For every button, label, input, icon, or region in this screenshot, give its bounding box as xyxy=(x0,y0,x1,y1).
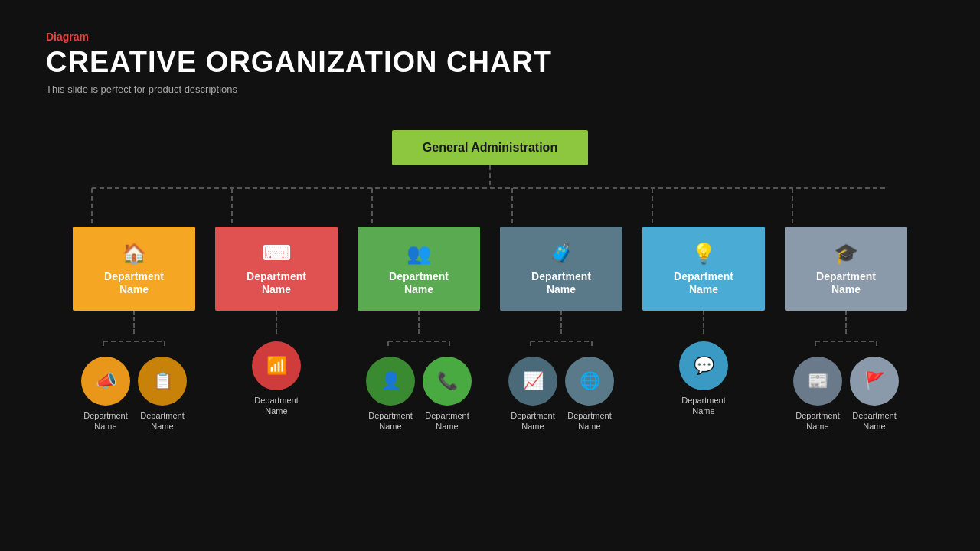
h-connector-svg-1 xyxy=(77,334,191,349)
sub-items-row-4: 📈Department Name🌐Department Name xyxy=(508,357,614,432)
sub-label-3-2: Department Name xyxy=(425,410,469,432)
dept-icon-4: 🧳 xyxy=(549,242,573,266)
sub-label-6-2: Department Name xyxy=(852,410,896,432)
dept-label-4: Department Name xyxy=(531,270,591,296)
subtitle: This slide is perfect for product descri… xyxy=(46,83,552,95)
dept-label-3: Department Name xyxy=(389,270,449,296)
dept-box-3[interactable]: 👥Department Name xyxy=(358,227,480,311)
sub-circle-6-1[interactable]: 📰 xyxy=(793,357,842,406)
sub-item-4-1: 📈Department Name xyxy=(508,357,557,432)
sub-label-6-1: Department Name xyxy=(795,410,839,432)
v-connector-6 xyxy=(845,311,847,334)
org-chart: General Administration 🏠Department Name📣… xyxy=(0,130,980,432)
sub-label-5-1: Department Name xyxy=(681,395,725,417)
top-node[interactable]: General Administration xyxy=(392,130,588,165)
sub-label-3-1: Department Name xyxy=(368,410,412,432)
dept-box-1[interactable]: 🏠Department Name xyxy=(73,227,195,311)
dept-label-6: Department Name xyxy=(816,270,876,296)
dept-icon-1: 🏠 xyxy=(122,242,146,266)
dept-icon-2: ⌨ xyxy=(262,242,291,266)
v-connector-3 xyxy=(418,311,420,334)
dept-column-6: 🎓Department Name📰Department Name🚩Departm… xyxy=(781,227,911,432)
dept-label-1: Department Name xyxy=(104,270,164,296)
dept-box-6[interactable]: 🎓Department Name xyxy=(785,227,907,311)
main-title: CREATIVE ORGANIZATION CHART xyxy=(46,46,552,79)
v-connector-5 xyxy=(703,311,704,334)
dept-icon-6: 🎓 xyxy=(834,242,858,266)
page-header: Diagram CREATIVE ORGANIZATION CHART This… xyxy=(46,31,552,95)
dept-column-3: 👥Department Name👤Department Name📞Departm… xyxy=(354,227,484,432)
dept-column-5: 💡Department Name💬Department Name xyxy=(639,227,769,432)
v-connector-4 xyxy=(560,311,562,334)
sub-items-row-5: 💬Department Name xyxy=(679,341,728,417)
sub-label-1-2: Department Name xyxy=(140,410,184,432)
sub-circle-2-1[interactable]: 📶 xyxy=(252,341,301,390)
h-connector-svg-6 xyxy=(789,334,903,349)
v-connector-2 xyxy=(276,311,277,334)
departments-row: 🏠Department Name📣Department Name📋Departm… xyxy=(0,227,980,432)
sub-item-2-1: 📶Department Name xyxy=(252,341,301,417)
sub-item-3-2: 📞Department Name xyxy=(423,357,472,432)
dept-column-1: 🏠Department Name📣Department Name📋Departm… xyxy=(69,227,199,432)
sub-circle-4-2[interactable]: 🌐 xyxy=(565,357,614,406)
sub-label-2-1: Department Name xyxy=(254,395,298,417)
sub-circle-4-1[interactable]: 📈 xyxy=(508,357,557,406)
sub-circle-6-2[interactable]: 🚩 xyxy=(850,357,899,406)
dept-label-5: Department Name xyxy=(674,270,733,296)
dept-box-5[interactable]: 💡Department Name xyxy=(642,227,765,311)
top-node-wrapper: General Administration xyxy=(0,130,980,165)
diagram-label: Diagram xyxy=(46,31,552,43)
dept-box-4[interactable]: 🧳Department Name xyxy=(500,227,622,311)
dept-column-4: 🧳Department Name📈Department Name🌐Departm… xyxy=(496,227,626,432)
sub-circle-3-1[interactable]: 👤 xyxy=(366,357,415,406)
h-connector-svg-3 xyxy=(361,334,476,349)
sub-items-row-1: 📣Department Name📋Department Name xyxy=(81,357,187,432)
sub-label-4-1: Department Name xyxy=(511,410,554,432)
sub-item-6-1: 📰Department Name xyxy=(793,357,842,432)
sub-item-4-2: 🌐Department Name xyxy=(565,357,614,432)
sub-circle-1-1[interactable]: 📣 xyxy=(81,357,130,406)
sub-item-1-1: 📣Department Name xyxy=(81,357,130,432)
dept-box-2[interactable]: ⌨Department Name xyxy=(215,227,338,311)
v-connector-1 xyxy=(133,311,135,334)
sub-item-6-2: 🚩Department Name xyxy=(850,357,899,432)
sub-items-row-2: 📶Department Name xyxy=(252,341,301,417)
sub-items-row-6: 📰Department Name🚩Department Name xyxy=(793,357,899,432)
dept-icon-3: 👥 xyxy=(407,242,431,266)
h-connector-svg-4 xyxy=(504,334,619,349)
sub-label-1-1: Department Name xyxy=(83,410,127,432)
dept-label-2: Department Name xyxy=(247,270,306,296)
sub-item-3-1: 👤Department Name xyxy=(366,357,415,432)
sub-circle-5-1[interactable]: 💬 xyxy=(679,341,728,390)
sub-label-4-2: Department Name xyxy=(567,410,611,432)
dept-icon-5: 💡 xyxy=(691,242,716,266)
sub-item-5-1: 💬Department Name xyxy=(679,341,728,417)
sub-item-1-2: 📋Department Name xyxy=(138,357,187,432)
connectors-svg xyxy=(0,165,980,227)
sub-items-row-3: 👤Department Name📞Department Name xyxy=(366,357,472,432)
sub-circle-3-2[interactable]: 📞 xyxy=(423,357,472,406)
dept-column-2: ⌨Department Name📶Department Name xyxy=(211,227,341,432)
sub-circle-1-2[interactable]: 📋 xyxy=(138,357,187,406)
